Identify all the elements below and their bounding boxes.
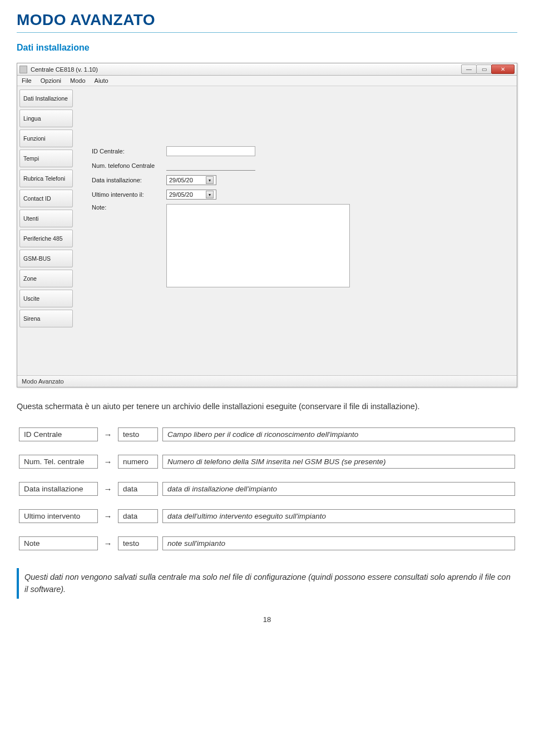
menubar: File Opzioni Modo Aiuto <box>17 76 517 86</box>
map-desc: data di installazione dell'impianto <box>162 482 515 496</box>
app-body: Dati Installazione Lingua Funzioni Tempi… <box>17 86 517 375</box>
arrow-icon: → <box>100 479 116 499</box>
tel-centrale-label: Num. telefono Centrale <box>92 162 159 169</box>
window-title: Centrale CE818 (v. 1.10) <box>31 66 462 73</box>
chevron-down-icon[interactable]: ▾ <box>206 176 214 184</box>
tel-centrale-input[interactable] <box>166 161 255 171</box>
statusbar: Modo Avanzato <box>17 375 517 387</box>
sidebar-item-dati-installazione[interactable]: Dati Installazione <box>19 89 73 107</box>
close-button[interactable]: ✕ <box>491 64 515 74</box>
intro-paragraph: Questa schermata è un aiuto per tenere u… <box>17 401 517 413</box>
sidebar-item-uscite[interactable]: Uscite <box>19 290 73 307</box>
sidenav: Dati Installazione Lingua Funzioni Tempi… <box>17 86 75 375</box>
table-row: Num. Tel. centrale → numero Numero di te… <box>17 451 517 472</box>
map-name: Ultimo intervento <box>19 509 98 523</box>
app-window: Centrale CE818 (v. 1.10) — ▭ ✕ File Opzi… <box>17 63 517 387</box>
minimize-button[interactable]: — <box>461 64 477 74</box>
arrow-icon: → <box>100 506 116 526</box>
map-type: numero <box>118 455 158 469</box>
menu-opzioni[interactable]: Opzioni <box>41 77 61 84</box>
map-type: testo <box>118 427 158 441</box>
map-desc: Numero di telefono della SIM inserita ne… <box>162 455 515 469</box>
sidebar-item-utenti[interactable]: Utenti <box>19 210 73 227</box>
sidebar-item-periferiche[interactable]: Periferiche 485 <box>19 230 73 247</box>
map-type: testo <box>118 536 158 550</box>
map-name: ID Centrale <box>19 427 98 441</box>
data-installazione-value: 29/05/20 <box>169 177 193 183</box>
map-name: Note <box>19 536 98 550</box>
sidebar-item-funzioni[interactable]: Funzioni <box>19 130 73 147</box>
ultimo-intervento-value: 29/05/20 <box>169 191 193 198</box>
id-centrale-label: ID Centrale: <box>92 148 159 155</box>
sidebar-item-contact-id[interactable]: Contact ID <box>19 190 73 207</box>
footer-note: Questi dati non vengono salvati sulla ce… <box>17 568 517 599</box>
map-type: data <box>118 482 158 496</box>
titlebar: Centrale CE818 (v. 1.10) — ▭ ✕ <box>17 63 517 76</box>
chevron-down-icon[interactable]: ▾ <box>206 191 214 198</box>
ultimo-intervento-input[interactable]: 29/05/20 ▾ <box>166 190 216 200</box>
map-type: data <box>118 509 158 523</box>
app-icon <box>19 66 27 73</box>
sidebar-item-rubrica[interactable]: Rubrica Telefoni <box>19 170 73 187</box>
arrow-icon: → <box>100 533 116 554</box>
section-heading: Dati installazione <box>17 43 517 53</box>
map-desc: note sull'impianto <box>162 536 515 550</box>
menu-aiuto[interactable]: Aiuto <box>95 77 108 84</box>
form-panel: ID Centrale: Num. telefono Centrale Data… <box>75 86 517 375</box>
arrow-icon: → <box>100 451 116 472</box>
map-name: Num. Tel. centrale <box>19 455 98 469</box>
note-textarea[interactable] <box>166 204 350 287</box>
arrow-icon: → <box>100 424 116 445</box>
sidebar-item-tempi[interactable]: Tempi <box>19 150 73 167</box>
menu-modo[interactable]: Modo <box>70 77 86 84</box>
table-row: Note → testo note sull'impianto <box>17 533 517 554</box>
sidebar-item-sirena[interactable]: Sirena <box>19 310 73 327</box>
id-centrale-input[interactable] <box>166 146 255 156</box>
menu-file[interactable]: File <box>22 77 32 84</box>
page-title: MODO AVANZATO <box>17 11 517 29</box>
page-number: 18 <box>17 615 517 624</box>
map-desc: Campo libero per il codice di riconoscim… <box>162 427 515 441</box>
table-row: Ultimo intervento → data data dell'ultim… <box>17 506 517 526</box>
note-label: Note: <box>92 204 159 211</box>
map-name: Data installazione <box>19 482 98 496</box>
title-divider <box>17 32 517 33</box>
table-row: Data installazione → data data di instal… <box>17 479 517 499</box>
window-controls: — ▭ ✕ <box>462 64 515 74</box>
sidebar-item-zone[interactable]: Zone <box>19 270 73 287</box>
maximize-button[interactable]: ▭ <box>476 64 492 74</box>
mapping-table: ID Centrale → testo Campo libero per il … <box>17 424 517 554</box>
ultimo-intervento-label: Ultimo intervento il: <box>92 191 159 198</box>
data-installazione-label: Data installazione: <box>92 177 159 183</box>
table-row: ID Centrale → testo Campo libero per il … <box>17 424 517 445</box>
sidebar-item-lingua[interactable]: Lingua <box>19 110 73 127</box>
sidebar-item-gsm-bus[interactable]: GSM-BUS <box>19 250 73 267</box>
data-installazione-input[interactable]: 29/05/20 ▾ <box>166 175 216 185</box>
map-desc: data dell'ultimo intervento eseguito sul… <box>162 509 515 523</box>
